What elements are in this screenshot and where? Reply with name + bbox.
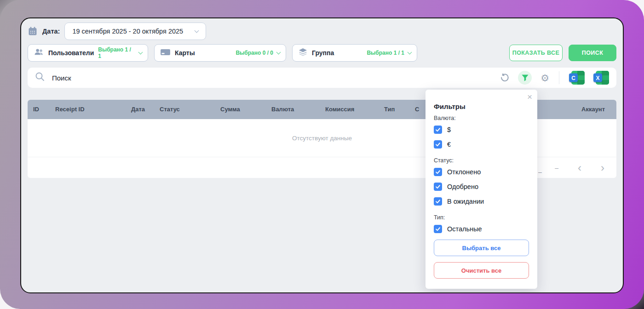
filter-option-label: Одобрено [447,183,478,190]
column-header-currency: Валюта [271,100,294,119]
close-icon[interactable]: × [527,92,532,102]
filter-option-label: $ [447,126,451,133]
search-icon [35,72,45,84]
checkbox-checked-icon[interactable] [434,183,442,191]
checkbox-checked-icon[interactable] [434,225,442,233]
chevron-down-icon [276,50,281,55]
filter-option-label: В ожидании [447,198,484,205]
filter-option-others[interactable]: Остальные [434,222,529,234]
filter-option-label: € [447,141,451,148]
column-header-date: Дата [131,100,145,119]
column-header-receipt-id: Receipt ID [55,100,85,119]
pagination-partial-text: – [538,168,542,176]
pagination-range: – [555,164,558,172]
prev-page-icon[interactable]: ‹ [578,162,581,173]
filter-option-label: Отклонено [447,168,481,176]
card-icon [160,48,171,58]
filter-row: Пользователи Выбрано 1 / 1 Карты Выбрано… [28,44,616,62]
filter-option-pending[interactable]: В ожидании [434,194,529,209]
dropdown-users-count: Выбрано 1 / 1 [98,46,135,59]
chevron-down-icon [195,29,199,33]
column-header-partial: С [415,100,419,119]
filter-group-label-type: Тип: [434,214,529,221]
column-header-account: Аккаунт [581,100,605,119]
csv-letter: C [569,74,578,82]
divider [559,71,559,84]
clear-all-button[interactable]: Очистить все [434,262,529,279]
date-range-select[interactable]: 19 сентября 2025 - 20 октября 2025 [64,23,206,40]
checkbox-checked-icon[interactable] [434,168,442,176]
checkbox-checked-icon[interactable] [434,197,442,206]
column-header-amount: Сумма [220,100,240,119]
dropdown-cards[interactable]: Карты Выбрано 0 / 0 [154,44,286,62]
search-bar: ⚙ C X [28,68,616,88]
filters-scroll-area: Валюта: $ € Статус: Отклонено Одобрено В… [434,115,529,234]
filter-option-label: Остальные [447,225,482,233]
date-label: Дата: [42,28,60,35]
dropdown-users-label: Пользователи [48,49,94,57]
filters-panel: × Фильтры Валюта: $ € Статус: Отклонено … [426,90,537,289]
column-header-id: ID [33,100,39,119]
filter-funnel-icon[interactable] [518,71,532,85]
dropdown-group[interactable]: Группа Выбрано 1 / 1 [292,44,417,62]
checkbox-checked-icon[interactable] [434,140,442,149]
search-input[interactable] [52,74,500,82]
date-row: Дата: 19 сентября 2025 - 20 октября 2025 [28,22,206,40]
dropdown-group-count: Выбрано 1 / 1 [367,50,404,56]
search-button[interactable]: ПОИСК [569,45,616,61]
dropdown-cards-label: Карты [175,49,195,57]
chevron-down-icon [408,50,412,55]
users-icon [34,48,44,58]
export-excel-icon[interactable]: X [593,71,609,85]
calendar-icon [28,26,38,36]
filter-group-label-status: Статус: [434,157,529,164]
filter-option-eur[interactable]: € [434,137,529,152]
next-page-icon[interactable]: › [601,162,604,173]
dropdown-cards-count: Выбрано 0 / 0 [236,50,273,56]
column-header-status: Статус [160,100,180,119]
dropdown-users[interactable]: Пользователи Выбрано 1 / 1 [28,44,148,62]
show-all-button[interactable]: ПОКАЗАТЬ ВСЕ [509,45,563,61]
reset-icon[interactable] [500,73,509,82]
excel-letter: X [593,74,602,82]
app-window: Дата: 19 сентября 2025 - 20 октября 2025… [20,17,624,293]
chevron-down-icon [138,50,143,55]
filter-group-label-currency: Валюта: [434,115,529,121]
filter-option-approved[interactable]: Одобрено [434,179,529,194]
filters-panel-footer: Выбрать все Очистить все [434,240,529,279]
dropdown-group-label: Группа [312,49,334,57]
export-csv-icon[interactable]: C [569,71,585,85]
filters-panel-title: Фильтры [434,103,529,110]
column-header-type: Тип [384,100,395,119]
settings-gear-icon[interactable]: ⚙ [540,73,549,83]
filter-option-declined[interactable]: Отклонено [434,165,529,179]
layers-icon [298,47,308,59]
filter-option-usd[interactable]: $ [434,122,529,137]
date-range-value: 19 сентября 2025 - 20 октября 2025 [72,28,183,35]
select-all-button[interactable]: Выбрать все [434,240,529,256]
column-header-commission: Комиссия [325,100,354,119]
checkbox-checked-icon[interactable] [434,126,442,134]
